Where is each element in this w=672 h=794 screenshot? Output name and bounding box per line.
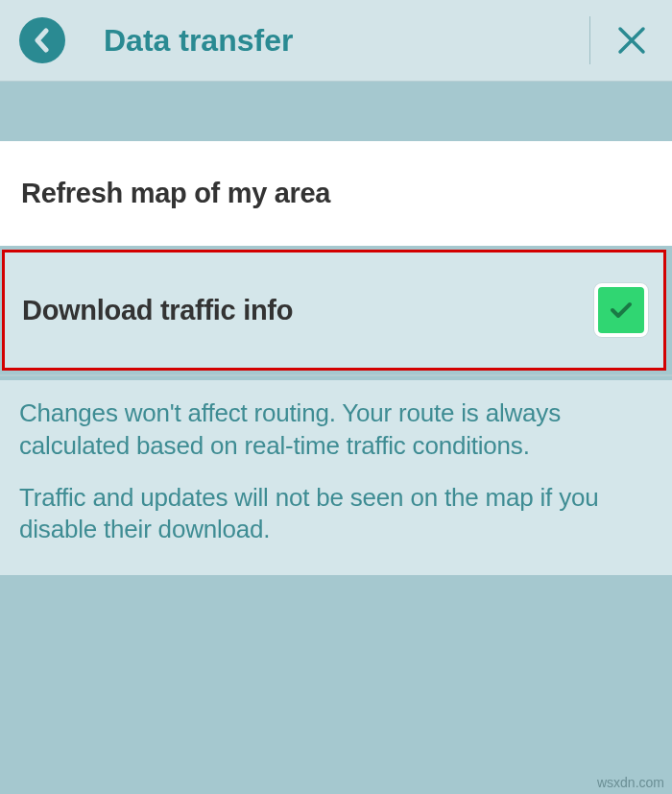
watermark: wsxdn.com: [597, 775, 664, 790]
check-icon: [607, 296, 636, 325]
download-traffic-row[interactable]: Download traffic info: [2, 250, 666, 371]
info-paragraph-2: Traffic and updates will not be seen on …: [19, 482, 653, 547]
refresh-map-label: Refresh map of my area: [21, 178, 651, 209]
header-bar: Data transfer: [0, 0, 672, 82]
divider: [0, 374, 672, 376]
back-button[interactable]: [19, 17, 65, 63]
spacer: [0, 82, 672, 141]
download-traffic-toggle[interactable]: [594, 283, 648, 337]
info-panel: Changes won't affect routing. Your route…: [0, 380, 672, 575]
close-button[interactable]: [590, 0, 672, 82]
refresh-map-row[interactable]: Refresh map of my area: [0, 141, 672, 246]
info-paragraph-1: Changes won't affect routing. Your route…: [19, 397, 653, 463]
chevron-left-icon: [33, 28, 52, 53]
page-title: Data transfer: [104, 23, 589, 59]
close-icon: [615, 24, 648, 57]
download-traffic-label: Download traffic info: [22, 295, 293, 326]
